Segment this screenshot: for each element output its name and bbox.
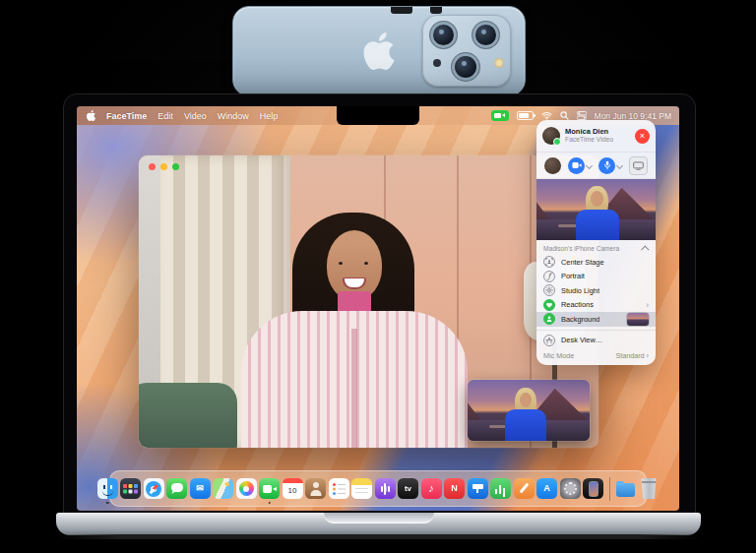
dock-glyph: A — [543, 484, 550, 493]
caller-face — [327, 230, 382, 300]
facetime-window[interactable] — [139, 155, 598, 448]
close-window-button[interactable] — [149, 163, 156, 170]
dock-music-icon[interactable]: ♪ — [421, 478, 442, 499]
self-view-pip[interactable] — [468, 380, 590, 441]
camera-menu-item-studio-light[interactable]: Studio Light — [536, 283, 656, 298]
minimize-window-button[interactable] — [160, 163, 167, 170]
menu-facetime[interactable]: FaceTime — [106, 111, 147, 121]
dock-appstore-icon[interactable]: A — [536, 478, 557, 499]
camera-menu-item-portrait[interactable]: ƒPortrait — [536, 270, 656, 284]
dock-photos-icon[interactable] — [236, 478, 257, 499]
camera-menu-item-reactions[interactable]: Reactions› — [536, 298, 656, 313]
notification-texts: Monica Dien FaceTime Video — [565, 128, 613, 144]
dock-reminders-icon[interactable] — [329, 478, 349, 499]
apple-menu-icon[interactable] — [87, 110, 95, 121]
menu-help[interactable]: Help — [260, 111, 279, 121]
dock-notes-icon[interactable] — [351, 478, 372, 499]
facetime-side-panel: Monica Dien FaceTime Video × — [536, 120, 656, 365]
mic-mode-row[interactable]: Mic Mode Standard › — [536, 348, 656, 365]
control-center-icon[interactable] — [577, 111, 587, 120]
dock-glyph: tv — [405, 485, 411, 493]
dock-trash-icon[interactable] — [639, 478, 660, 499]
iphone-lens — [430, 22, 457, 48]
video-caller-person — [241, 213, 468, 448]
display-notch — [337, 106, 419, 125]
camera-active-indicator-icon[interactable] — [491, 110, 509, 121]
iphone-flash — [494, 58, 504, 68]
dock-finder-icon[interactable] — [97, 478, 118, 499]
dock-maps-icon[interactable] — [213, 478, 233, 499]
mic-mode-chevron-icon: › — [647, 351, 649, 360]
dock-glyph: ♪ — [428, 483, 434, 494]
macbook-base — [56, 513, 701, 535]
dock-mail-icon[interactable]: ✉ — [190, 478, 211, 499]
dock-podcasts-icon[interactable] — [375, 478, 396, 499]
camera-preview-button[interactable] — [544, 157, 561, 174]
apple-logo-icon — [363, 32, 395, 70]
desk-view-icon — [543, 335, 555, 346]
collapse-chevron-icon[interactable] — [641, 245, 649, 253]
camera-menu-item-center-stage[interactable]: Center Stage — [536, 255, 656, 270]
dock-news-icon[interactable]: N — [444, 478, 465, 499]
continuity-camera-preview[interactable] — [536, 179, 656, 240]
dock-calendar-icon[interactable]: 10 — [283, 478, 303, 499]
running-indicator — [106, 502, 109, 505]
camera-menu-item-desk-view[interactable]: Desk View… — [536, 330, 656, 348]
end-call-button[interactable]: × — [635, 129, 650, 144]
share-screen-button[interactable] — [629, 156, 648, 175]
video-toggle-button[interactable] — [568, 157, 585, 174]
facetime-call-notification[interactable]: Monica Dien FaceTime Video × — [536, 120, 656, 153]
camera-source-title: Madison's iPhone Camera — [543, 245, 619, 252]
dock-launchpad-icon[interactable] — [120, 478, 141, 499]
lid-opening-notch — [324, 513, 434, 523]
mic-options-chevron-icon[interactable] — [616, 161, 623, 168]
dock-pages-icon[interactable] — [514, 478, 535, 499]
dock-settings-icon[interactable] — [560, 478, 581, 499]
dock-glyph: ✉ — [196, 484, 204, 493]
caller-name: Monica Dien — [565, 128, 613, 137]
dock-numbers-icon[interactable] — [490, 478, 511, 499]
dock-safari-icon[interactable] — [144, 478, 164, 499]
window-traffic-lights — [149, 163, 179, 170]
video-armchair — [139, 383, 237, 448]
iphone-camera-module — [422, 15, 511, 87]
center-stage-icon — [543, 256, 555, 268]
mount-clip — [391, 7, 412, 14]
mic-toggle-button[interactable] — [598, 157, 615, 174]
video-options-chevron-icon[interactable] — [586, 161, 593, 168]
battery-icon[interactable] — [517, 111, 534, 121]
zoom-window-button[interactable] — [172, 163, 179, 170]
dock-facetime-icon[interactable] — [259, 478, 280, 499]
scene: FaceTimeEditVideoWindowHelp Mon Jun 10 9… — [0, 0, 756, 553]
menu-bar-clock[interactable]: Mon Jun 10 9:41 PM — [595, 111, 671, 121]
mic-mode-label: Mic Mode — [543, 351, 574, 360]
iphone-lens — [452, 53, 479, 81]
macos-desktop: FaceTimeEditVideoWindowHelp Mon Jun 10 9… — [77, 106, 679, 511]
dock-glyph: N — [451, 484, 458, 493]
dock-keynote-icon[interactable] — [468, 478, 488, 499]
caller-avatar — [542, 127, 560, 145]
camera-menu-item-background[interactable]: Background — [536, 312, 656, 327]
dock-messages-icon[interactable] — [166, 478, 187, 499]
camera-menu-item-label: Center Stage — [561, 258, 604, 267]
camera-menu-header[interactable]: Madison's iPhone Camera — [536, 243, 656, 255]
background-icon — [543, 313, 555, 325]
mic-mode-value: Standard — [615, 351, 644, 360]
menu-edit[interactable]: Edit — [158, 111, 173, 121]
dock-tv-icon[interactable]: tv — [398, 478, 418, 499]
menu-items: FaceTimeEditVideoWindowHelp — [106, 111, 278, 121]
base-shadow — [56, 534, 701, 539]
dock-downloads-folder-icon[interactable] — [615, 478, 636, 499]
submenu-chevron-icon: › — [646, 301, 649, 310]
pip-person-body — [505, 409, 546, 441]
spotlight-icon[interactable] — [560, 111, 569, 120]
camera-effects-menu: Madison's iPhone Camera Center StageƒPor… — [536, 240, 656, 365]
menu-window[interactable]: Window — [218, 111, 249, 121]
wifi-icon[interactable] — [541, 111, 552, 120]
dock-contacts-icon[interactable] — [305, 478, 326, 499]
dock-iphone-mirroring-icon[interactable] — [583, 478, 603, 499]
pip-person-face — [520, 393, 532, 407]
background-thumbnail — [627, 313, 649, 326]
camera-menu-rows: Center StageƒPortraitStudio LightReactio… — [536, 255, 656, 348]
menu-video[interactable]: Video — [184, 111, 207, 121]
